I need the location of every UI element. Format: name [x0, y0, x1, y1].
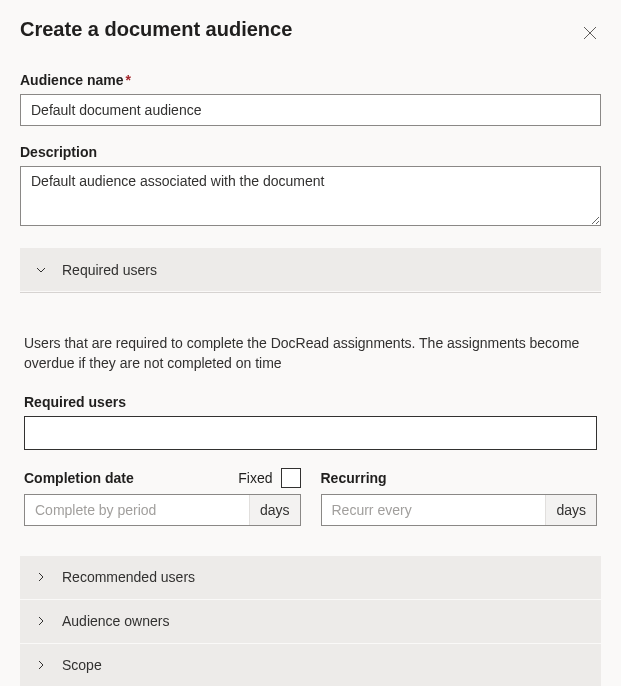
recurring-field: Recurring days	[321, 468, 598, 526]
section-required-users-body: Users that are required to complete the …	[20, 313, 601, 550]
completion-period-input[interactable]	[25, 495, 249, 525]
recurring-input[interactable]	[322, 495, 546, 525]
section-required-users-header[interactable]: Required users	[20, 248, 601, 292]
audience-name-label: Audience name*	[20, 72, 601, 88]
audience-name-label-text: Audience name	[20, 72, 123, 88]
recurring-label: Recurring	[321, 470, 387, 486]
description-input[interactable]: Default audience associated with the doc…	[20, 166, 601, 226]
chevron-right-icon	[34, 570, 48, 584]
recurring-suffix: days	[545, 495, 596, 525]
completion-recurring-row: Completion date Fixed days Recurring	[24, 468, 597, 526]
chevron-right-icon	[34, 658, 48, 672]
panel-header: Create a document audience	[20, 18, 601, 44]
completion-date-label: Completion date	[24, 470, 134, 486]
chevron-right-icon	[34, 614, 48, 628]
section-recommended-users-header[interactable]: Recommended users	[20, 556, 601, 600]
section-divider	[20, 292, 601, 293]
section-scope-header[interactable]: Scope	[20, 644, 601, 686]
audience-name-field: Audience name*	[20, 72, 601, 126]
fixed-checkbox[interactable]	[281, 468, 301, 488]
create-audience-panel: Create a document audience Audience name…	[0, 0, 621, 686]
section-audience-owners-title: Audience owners	[62, 613, 169, 629]
section-recommended-users-title: Recommended users	[62, 569, 195, 585]
fixed-checkbox-wrap: Fixed	[238, 468, 300, 488]
completion-period-suffix: days	[249, 495, 300, 525]
panel-title: Create a document audience	[20, 18, 292, 41]
close-button[interactable]	[579, 22, 601, 44]
required-users-help: Users that are required to complete the …	[24, 333, 597, 374]
required-users-input[interactable]	[24, 416, 597, 450]
close-icon	[583, 26, 597, 40]
fixed-label: Fixed	[238, 470, 272, 486]
completion-period-input-wrap: days	[24, 494, 301, 526]
audience-name-input[interactable]	[20, 94, 601, 126]
completion-date-field: Completion date Fixed days	[24, 468, 301, 526]
section-scope-title: Scope	[62, 657, 102, 673]
description-field: Description Default audience associated …	[20, 144, 601, 230]
description-label: Description	[20, 144, 601, 160]
section-required-users-title: Required users	[62, 262, 157, 278]
required-users-label: Required users	[24, 394, 597, 410]
required-asterisk: *	[125, 72, 130, 88]
chevron-down-icon	[34, 263, 48, 277]
recurring-input-wrap: days	[321, 494, 598, 526]
section-audience-owners-header[interactable]: Audience owners	[20, 600, 601, 644]
collapsed-sections: Recommended users Audience owners Scope	[20, 556, 601, 686]
